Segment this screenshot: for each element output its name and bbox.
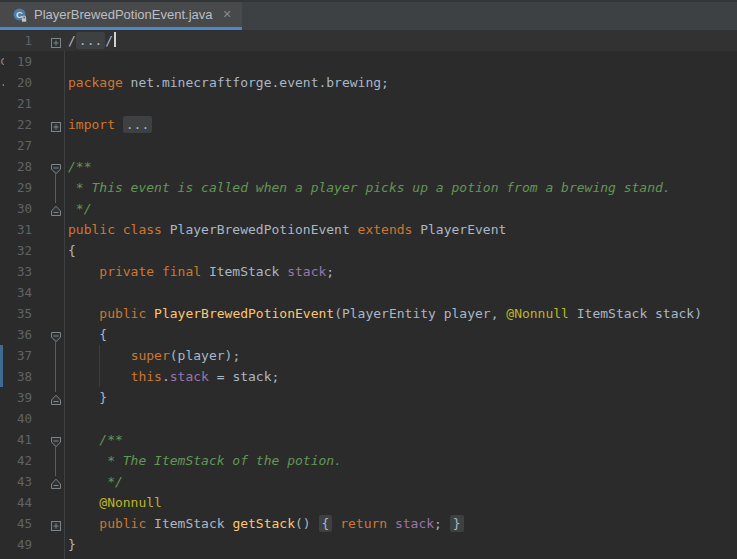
token-comment: /**	[99, 432, 122, 447]
code-text[interactable]: {	[64, 240, 76, 261]
line-number[interactable]: 45	[0, 513, 32, 534]
code-line: 41 /**	[0, 429, 737, 450]
code-line: 33 private final ItemStack stack;	[0, 261, 737, 282]
token-comment: * This event is called when a player pic…	[68, 180, 671, 195]
code-text[interactable]: private final ItemStack stack;	[64, 261, 334, 282]
code-text[interactable]: import ...	[64, 114, 152, 135]
token-field: stack	[395, 516, 434, 531]
token-plain	[68, 264, 99, 279]
tab-playerbrewedpotionevent[interactable]: C PlayerBrewedPotionEvent.java ✕	[0, 2, 242, 30]
token-plain	[68, 495, 99, 510]
code-line: 22import ...	[0, 114, 737, 135]
code-text[interactable]: this.stack = stack;	[64, 366, 279, 387]
token-plain: ()	[295, 516, 318, 531]
fold-gutter	[32, 408, 64, 429]
folded-placeholder[interactable]: ...	[123, 116, 152, 133]
fold-gutter	[32, 135, 64, 156]
code-text[interactable]: }	[64, 387, 107, 408]
token-comment: */	[68, 474, 123, 489]
code-text[interactable]	[64, 282, 68, 303]
code-text[interactable]	[64, 51, 68, 72]
tab-close-icon[interactable]: ✕	[223, 8, 232, 21]
fold-gutter	[32, 345, 64, 366]
fold-gutter	[32, 261, 64, 282]
token-plain	[68, 306, 99, 321]
line-number[interactable]: 29	[0, 177, 32, 198]
line-number[interactable]: 44	[0, 492, 32, 513]
line-number[interactable]: 36	[0, 324, 32, 345]
fold-gutter	[32, 177, 64, 198]
code-line: 19	[0, 51, 737, 72]
token-comment: /**	[68, 159, 91, 174]
token-anno: @Nonnull	[99, 495, 162, 510]
line-number[interactable]: 1	[0, 30, 32, 51]
token-kw: package	[68, 75, 123, 90]
code-text[interactable]: package net.minecraftforge.event.brewing…	[64, 72, 389, 93]
fold-gutter	[32, 534, 64, 555]
line-number[interactable]: 43	[0, 471, 32, 492]
fold-gutter	[32, 366, 64, 387]
line-number[interactable]: 31	[0, 219, 32, 240]
fold-gutter	[32, 198, 64, 219]
line-number[interactable]: 34	[0, 282, 32, 303]
fold-gutter	[32, 324, 64, 345]
code-text[interactable]: /.../	[64, 30, 116, 51]
line-number[interactable]: 35	[0, 303, 32, 324]
code-text[interactable]: * This event is called when a player pic…	[64, 177, 671, 198]
code-text[interactable]: }	[64, 534, 76, 555]
code-text[interactable]: public class PlayerBrewedPotionEvent ext…	[64, 219, 506, 240]
line-number[interactable]: 42	[0, 450, 32, 471]
line-number[interactable]: 30	[0, 198, 32, 219]
line-number[interactable]: 41	[0, 429, 32, 450]
line-number[interactable]: 22	[0, 114, 32, 135]
code-text[interactable]	[64, 135, 68, 156]
vcs-change-marker[interactable]	[0, 345, 3, 387]
token-plain: ItemStack stack)	[569, 306, 702, 321]
code-text[interactable]: * The ItemStack of the potion.	[64, 450, 342, 471]
token-plain: /	[68, 33, 76, 48]
code-text[interactable]: /**	[64, 429, 123, 450]
line-number[interactable]: 32	[0, 240, 32, 261]
folded-placeholder[interactable]: ...	[76, 32, 105, 49]
code-text[interactable]: super(player);	[64, 345, 240, 366]
line-number[interactable]: 20	[0, 72, 32, 93]
fold-gutter	[32, 471, 64, 492]
token-anno: @Nonnull	[506, 306, 569, 321]
line-number[interactable]: 40	[0, 408, 32, 429]
token-plain	[115, 117, 123, 132]
code-text[interactable]: */	[64, 198, 91, 219]
code-text[interactable]: /**	[64, 156, 91, 177]
code-line: 36 {	[0, 324, 737, 345]
line-number[interactable]: 28	[0, 156, 32, 177]
folded-placeholder[interactable]: {	[319, 515, 333, 532]
fold-region-connector	[55, 172, 56, 203]
code-text[interactable]	[64, 408, 68, 429]
line-number[interactable]: 27	[0, 135, 32, 156]
code-text[interactable]: {	[64, 324, 107, 345]
line-number[interactable]: 39	[0, 387, 32, 408]
line-number[interactable]: 33	[0, 261, 32, 282]
code-text[interactable]: */	[64, 471, 123, 492]
token-plain: }	[68, 537, 76, 552]
line-number[interactable]: 19	[0, 51, 32, 72]
code-line: 29 * This event is called when a player …	[0, 177, 737, 198]
code-line: 21	[0, 93, 737, 114]
line-number[interactable]: 38	[0, 366, 32, 387]
code-text[interactable]: @Nonnull	[64, 492, 162, 513]
code-line: 45 public ItemStack getStack() { return …	[0, 513, 737, 534]
code-editor[interactable]: 1/.../1920package net.minecraftforge.eve…	[0, 30, 737, 559]
token-plain: PlayerBrewedPotionEvent	[170, 222, 358, 237]
line-number[interactable]: 21	[0, 93, 32, 114]
code-text[interactable]: public ItemStack getStack() { return sta…	[64, 513, 464, 534]
line-number[interactable]: 37	[0, 345, 32, 366]
token-plain	[68, 432, 99, 447]
token-plain: ;	[434, 516, 450, 531]
code-text[interactable]	[64, 93, 68, 114]
token-field: stack	[170, 369, 209, 384]
folded-placeholder[interactable]: }	[450, 515, 464, 532]
code-text[interactable]: public PlayerBrewedPotionEvent(PlayerEnt…	[64, 303, 702, 324]
code-line: 27	[0, 135, 737, 156]
fold-region-connector	[55, 340, 56, 392]
line-number[interactable]: 49	[0, 534, 32, 555]
token-kw: public	[99, 306, 154, 321]
